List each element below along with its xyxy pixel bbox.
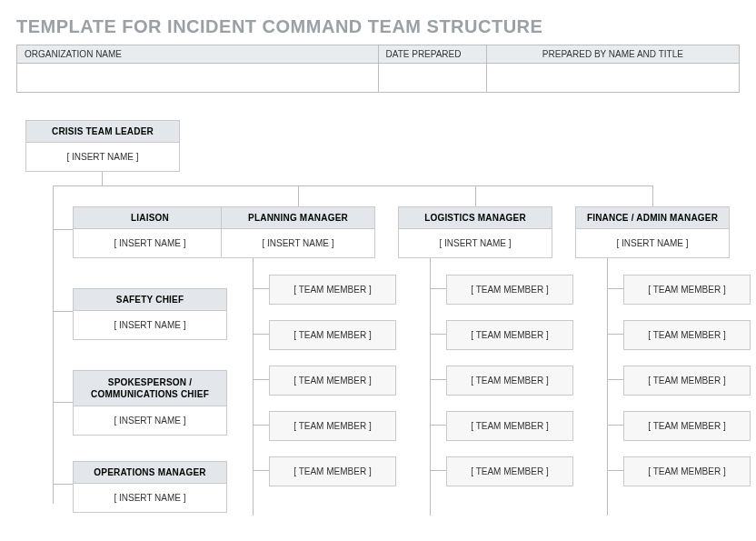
liaison-title: LIAISON xyxy=(74,207,226,229)
liaison-box: LIAISON [ INSERT NAME ] xyxy=(73,206,227,258)
logistics-member-1[interactable]: [ TEAM MEMBER ] xyxy=(446,275,573,305)
spokesperson-title: SPOKESPERSON / COMMUNICATIONS CHIEF xyxy=(74,371,226,406)
operations-manager-box: OPERATIONS MANAGER [ INSERT NAME ] xyxy=(73,461,227,513)
logistics-member-4[interactable]: [ TEAM MEMBER ] xyxy=(446,411,573,441)
logistics-manager-name[interactable]: [ INSERT NAME ] xyxy=(399,229,552,257)
crisis-team-leader-name[interactable]: [ INSERT NAME ] xyxy=(26,143,179,171)
logistics-member-2[interactable]: [ TEAM MEMBER ] xyxy=(446,320,573,350)
finance-member-5[interactable]: [ TEAM MEMBER ] xyxy=(623,456,751,486)
finance-member-1[interactable]: [ TEAM MEMBER ] xyxy=(623,275,751,305)
org-chart: CRISIS TEAM LEADER [ INSERT NAME ] LIAIS… xyxy=(16,120,739,541)
planning-member-1[interactable]: [ TEAM MEMBER ] xyxy=(269,275,396,305)
crisis-team-leader-title: CRISIS TEAM LEADER xyxy=(26,121,179,143)
planning-member-4[interactable]: [ TEAM MEMBER ] xyxy=(269,411,396,441)
spokesperson-box: SPOKESPERSON / COMMUNICATIONS CHIEF [ IN… xyxy=(73,370,227,436)
planning-manager-box: PLANNING MANAGER [ INSERT NAME ] xyxy=(221,206,375,258)
planning-member-2[interactable]: [ TEAM MEMBER ] xyxy=(269,320,396,350)
safety-chief-title: SAFETY CHIEF xyxy=(74,289,226,311)
date-prepared-header: DATE PREPARED xyxy=(378,45,486,64)
finance-admin-manager-name[interactable]: [ INSERT NAME ] xyxy=(576,229,729,257)
operations-manager-name[interactable]: [ INSERT NAME ] xyxy=(74,484,226,512)
org-name-cell[interactable] xyxy=(17,64,379,93)
safety-chief-box: SAFETY CHIEF [ INSERT NAME ] xyxy=(73,288,227,340)
finance-admin-manager-title: FINANCE / ADMIN MANAGER xyxy=(576,207,729,229)
org-name-header: ORGANIZATION NAME xyxy=(17,45,379,64)
logistics-member-3[interactable]: [ TEAM MEMBER ] xyxy=(446,366,573,396)
operations-manager-title: OPERATIONS MANAGER xyxy=(74,462,226,484)
prepared-by-header: PREPARED BY NAME AND TITLE xyxy=(486,45,739,64)
finance-member-3[interactable]: [ TEAM MEMBER ] xyxy=(623,366,751,396)
liaison-name[interactable]: [ INSERT NAME ] xyxy=(74,229,226,257)
logistics-member-5[interactable]: [ TEAM MEMBER ] xyxy=(446,456,573,486)
info-table: ORGANIZATION NAME DATE PREPARED PREPARED… xyxy=(16,45,740,93)
safety-chief-name[interactable]: [ INSERT NAME ] xyxy=(74,311,226,339)
page-title: TEMPLATE FOR INCIDENT COMMAND TEAM STRUC… xyxy=(16,16,740,37)
spokesperson-name[interactable]: [ INSERT NAME ] xyxy=(74,406,226,435)
planning-manager-title: PLANNING MANAGER xyxy=(222,207,374,229)
date-prepared-cell[interactable] xyxy=(378,64,486,93)
planning-member-3[interactable]: [ TEAM MEMBER ] xyxy=(269,366,396,396)
logistics-manager-title: LOGISTICS MANAGER xyxy=(399,207,552,229)
finance-member-4[interactable]: [ TEAM MEMBER ] xyxy=(623,411,751,441)
crisis-team-leader-box: CRISIS TEAM LEADER [ INSERT NAME ] xyxy=(25,120,180,172)
finance-member-2[interactable]: [ TEAM MEMBER ] xyxy=(623,320,751,350)
planning-manager-name[interactable]: [ INSERT NAME ] xyxy=(222,229,374,257)
finance-admin-manager-box: FINANCE / ADMIN MANAGER [ INSERT NAME ] xyxy=(575,206,730,258)
prepared-by-cell[interactable] xyxy=(486,64,739,93)
logistics-manager-box: LOGISTICS MANAGER [ INSERT NAME ] xyxy=(398,206,552,258)
planning-member-5[interactable]: [ TEAM MEMBER ] xyxy=(269,456,396,486)
